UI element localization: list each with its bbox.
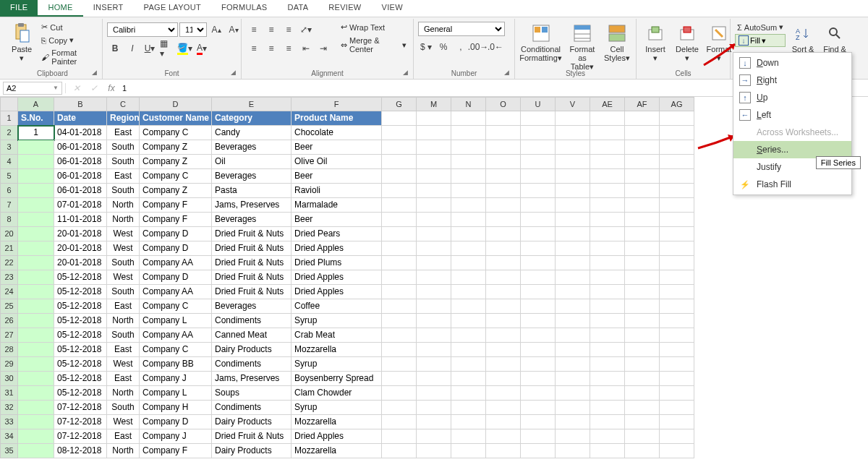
cell[interactable]: Condiments bbox=[212, 401, 292, 415]
cell[interactable] bbox=[625, 256, 660, 270]
cell[interactable] bbox=[556, 227, 590, 241]
cell[interactable] bbox=[18, 169, 54, 184]
cell[interactable] bbox=[556, 415, 590, 429]
cell[interactable] bbox=[486, 386, 521, 401]
number-dialog-launcher[interactable]: ◢ bbox=[504, 69, 513, 77]
paste-button[interactable]: Paste ▾ bbox=[7, 20, 36, 64]
header-customer[interactable]: Customer Name bbox=[140, 111, 212, 126]
cell[interactable]: Jams, Preserves bbox=[212, 372, 292, 386]
cell[interactable] bbox=[625, 343, 660, 357]
cell[interactable] bbox=[660, 126, 694, 140]
col-header-M[interactable]: M bbox=[417, 97, 451, 111]
header-category[interactable]: Category bbox=[212, 111, 292, 126]
cell[interactable]: Company Z bbox=[140, 155, 212, 169]
cell[interactable]: Dried Fruit & Nuts bbox=[212, 429, 292, 444]
cell[interactable] bbox=[556, 213, 590, 227]
header-product[interactable]: Product Name bbox=[292, 111, 382, 126]
cell[interactable] bbox=[660, 140, 694, 155]
cell[interactable]: Company D bbox=[140, 415, 212, 429]
cell[interactable]: Dried Apples bbox=[292, 241, 382, 256]
cell[interactable] bbox=[451, 169, 486, 184]
cell[interactable]: Jams, Preserves bbox=[212, 198, 292, 213]
cell[interactable] bbox=[590, 357, 625, 372]
cell[interactable] bbox=[556, 372, 590, 386]
row-header[interactable]: 22 bbox=[0, 256, 18, 270]
decrease-font-button[interactable]: A▾ bbox=[226, 22, 242, 38]
cell[interactable]: South bbox=[107, 184, 140, 198]
cell[interactable] bbox=[625, 198, 660, 213]
cell[interactable] bbox=[382, 169, 417, 184]
cell[interactable]: Company D bbox=[140, 270, 212, 285]
cell[interactable] bbox=[486, 198, 521, 213]
cell[interactable] bbox=[590, 444, 625, 458]
cell[interactable] bbox=[590, 372, 625, 386]
cell[interactable] bbox=[486, 444, 521, 458]
cell[interactable] bbox=[451, 111, 486, 126]
fill-left-item[interactable]: ←Left bbox=[733, 106, 851, 124]
cell[interactable] bbox=[451, 328, 486, 343]
row-header[interactable]: 2 bbox=[0, 126, 18, 140]
cell[interactable] bbox=[382, 270, 417, 285]
comma-format-button[interactable]: , bbox=[453, 39, 469, 55]
cell[interactable] bbox=[521, 126, 556, 140]
cell[interactable] bbox=[625, 140, 660, 155]
cell[interactable] bbox=[660, 429, 694, 444]
cell[interactable] bbox=[18, 444, 54, 458]
cell[interactable] bbox=[521, 256, 556, 270]
cell[interactable]: Chocolate bbox=[292, 126, 382, 140]
cell[interactable]: Company BB bbox=[140, 357, 212, 372]
cell[interactable] bbox=[486, 343, 521, 357]
cell[interactable] bbox=[382, 444, 417, 458]
col-header-E[interactable]: E bbox=[212, 97, 292, 111]
cell[interactable] bbox=[382, 155, 417, 169]
cell[interactable] bbox=[486, 372, 521, 386]
cell[interactable]: Beverages bbox=[212, 213, 292, 227]
cell[interactable] bbox=[486, 357, 521, 372]
cell[interactable] bbox=[417, 256, 451, 270]
cell[interactable] bbox=[625, 241, 660, 256]
row-header[interactable]: 26 bbox=[0, 314, 18, 328]
cell[interactable] bbox=[18, 285, 54, 299]
cell[interactable] bbox=[521, 328, 556, 343]
cell[interactable] bbox=[556, 328, 590, 343]
cell[interactable] bbox=[417, 169, 451, 184]
border-button[interactable]: ▦ ▾ bbox=[159, 40, 175, 56]
cell[interactable] bbox=[417, 386, 451, 401]
cell[interactable]: Dried Apples bbox=[292, 429, 382, 444]
row-header[interactable]: 5 bbox=[0, 169, 18, 184]
cell[interactable] bbox=[486, 328, 521, 343]
cell[interactable] bbox=[382, 256, 417, 270]
row-header[interactable]: 25 bbox=[0, 299, 18, 314]
cell[interactable] bbox=[625, 429, 660, 444]
cell[interactable] bbox=[486, 299, 521, 314]
cell[interactable] bbox=[556, 270, 590, 285]
cell[interactable] bbox=[486, 227, 521, 241]
cell[interactable] bbox=[18, 155, 54, 169]
cell[interactable]: Coffee bbox=[292, 299, 382, 314]
cell[interactable] bbox=[521, 213, 556, 227]
cell[interactable] bbox=[590, 343, 625, 357]
cell[interactable] bbox=[521, 241, 556, 256]
cell[interactable]: 07-12-2018 bbox=[54, 429, 107, 444]
cell[interactable]: 11-01-2018 bbox=[54, 213, 107, 227]
cell[interactable] bbox=[590, 155, 625, 169]
cell[interactable] bbox=[18, 299, 54, 314]
cell[interactable] bbox=[660, 328, 694, 343]
cell[interactable]: South bbox=[107, 256, 140, 270]
cell[interactable] bbox=[660, 198, 694, 213]
cell[interactable]: Company AA bbox=[140, 256, 212, 270]
cell[interactable]: Syrup bbox=[292, 314, 382, 328]
cell[interactable] bbox=[486, 155, 521, 169]
row-header[interactable]: 23 bbox=[0, 270, 18, 285]
cell[interactable]: Beer bbox=[292, 169, 382, 184]
cell[interactable]: East bbox=[107, 429, 140, 444]
cell[interactable] bbox=[18, 270, 54, 285]
copy-button[interactable]: ⎘Copy ▾ bbox=[39, 35, 98, 46]
cell[interactable]: 06-01-2018 bbox=[54, 169, 107, 184]
cell[interactable] bbox=[18, 314, 54, 328]
font-dialog-launcher[interactable]: ◢ bbox=[231, 69, 239, 77]
cell[interactable] bbox=[625, 126, 660, 140]
cell[interactable] bbox=[556, 314, 590, 328]
cell[interactable] bbox=[556, 386, 590, 401]
cell[interactable] bbox=[660, 213, 694, 227]
